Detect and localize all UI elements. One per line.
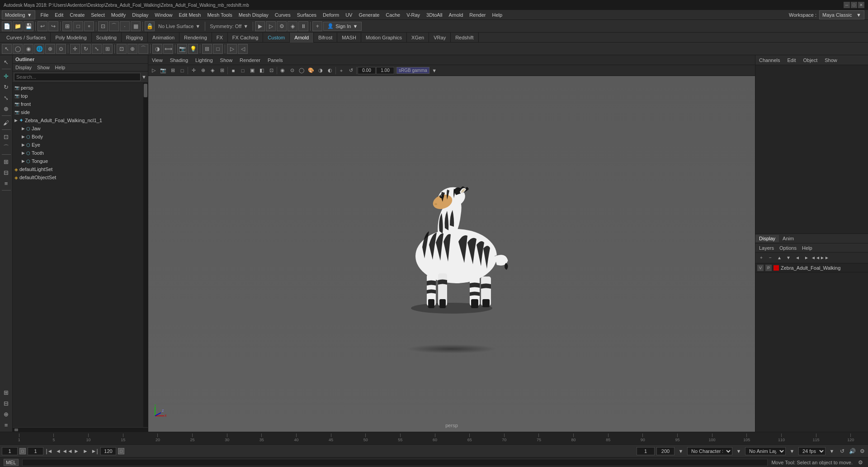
timeline-tick[interactable]: 115 <box>799 434 834 442</box>
outliner-item-jaw[interactable]: ▶ ⬡ Jaw <box>13 124 143 133</box>
snap-grid-2[interactable]: ⊡ <box>117 44 127 54</box>
vp-manip-btn[interactable]: + <box>337 66 346 75</box>
tool-move[interactable]: ✛ <box>70 44 80 54</box>
layer-visibility-v[interactable]: V <box>757 265 764 271</box>
menu-edit[interactable]: Edit <box>52 11 66 19</box>
tool-normal[interactable]: ⊙ <box>56 44 66 54</box>
vp-shade-2[interactable]: □ <box>238 66 247 75</box>
menu-window[interactable]: Window <box>152 11 175 19</box>
timeline-tick[interactable]: 75 <box>522 434 557 442</box>
layers-menu-item[interactable]: Layers <box>757 245 776 251</box>
pause-button[interactable]: ⏸ <box>298 21 308 31</box>
layers-help-item[interactable]: Help <box>800 245 814 251</box>
viewport-canvas[interactable]: front <box>148 76 755 432</box>
max-frame-input[interactable] <box>656 447 675 455</box>
vp-shadow-btn[interactable]: ◑ <box>316 66 325 75</box>
tool-local[interactable]: ⊕ <box>45 44 55 54</box>
tab-motion-graphics[interactable]: Motion Graphics <box>361 33 407 43</box>
menu-mesh-tools[interactable]: Mesh Tools <box>204 11 235 19</box>
left-stack-btn[interactable]: ≡ <box>1 178 11 188</box>
symmetry-btn[interactable]: ⟺ <box>163 44 173 54</box>
tool-xform-btn[interactable]: ⊕ <box>1 104 11 114</box>
grid-btn[interactable]: ⊞ <box>202 44 212 54</box>
workspace-selector[interactable]: Maya Classic ▼ <box>819 10 864 19</box>
command-input[interactable] <box>22 459 768 466</box>
tab-fx[interactable]: FX <box>212 33 228 43</box>
play-back-button[interactable]: ◄◄ <box>63 447 71 455</box>
move-down-button[interactable]: ▼ <box>784 254 793 262</box>
timeline-tick[interactable]: 80 <box>556 434 591 442</box>
tab-xgen[interactable]: XGen <box>407 33 429 43</box>
menu-generate[interactable]: Generate <box>356 11 382 19</box>
viewport-menu-view[interactable]: View <box>148 57 166 64</box>
menu-display[interactable]: Display <box>129 11 151 19</box>
menu-create[interactable]: Create <box>67 11 87 19</box>
tab-rigging[interactable]: Rigging <box>122 33 148 43</box>
outliner-menu-show[interactable]: Show <box>34 64 52 71</box>
loop-button[interactable]: ↺ <box>838 447 846 455</box>
tab-bifrost[interactable]: Bifrost <box>314 33 337 43</box>
tool-scale-btn[interactable]: ⤡ <box>1 93 11 103</box>
viewport-menu-renderer[interactable]: Renderer <box>236 57 264 64</box>
timeline-tick[interactable]: 90 <box>626 434 660 442</box>
outliner-item-persp[interactable]: 📷 persp <box>13 84 143 92</box>
menu-surfaces[interactable]: Surfaces <box>294 11 319 19</box>
outliner-item-lightset[interactable]: ◈ defaultLightSet <box>13 165 143 173</box>
tab-vray[interactable]: VRay <box>429 33 451 43</box>
timeline-tick[interactable]: 30 <box>210 434 245 442</box>
snap-surface-button[interactable]: ▦ <box>131 21 141 31</box>
timeline-tick[interactable]: 15 <box>106 434 141 442</box>
timeline-tick[interactable]: 85 <box>591 434 626 442</box>
frame-checkbox-1[interactable]: □ <box>19 448 26 454</box>
wireframe-btn[interactable]: □ <box>213 44 223 54</box>
snap-curve-button[interactable]: ⌒ <box>109 21 119 31</box>
playback-end-input[interactable] <box>100 447 116 455</box>
next-layer-button[interactable]: ► <box>802 254 811 262</box>
menu-render[interactable]: Render <box>467 11 488 19</box>
forward-layer-button[interactable]: ►► <box>821 254 829 262</box>
menu-file[interactable]: File <box>38 11 52 19</box>
vp-cam-btn[interactable]: 📷 <box>159 66 168 75</box>
redo-button[interactable]: ↪ <box>48 21 58 31</box>
sign-in-button[interactable]: 👤 Sign In ▼ <box>323 22 362 31</box>
menu-help[interactable]: Help <box>489 11 505 19</box>
outliner-menu-display[interactable]: Display <box>13 64 34 71</box>
snap-curve-2[interactable]: ⌒ <box>138 44 148 54</box>
vp-shade-5[interactable]: ⊡ <box>267 66 276 75</box>
viewport-menu-shading[interactable]: Shading <box>166 57 192 64</box>
step-back-button[interactable]: ◄ <box>54 447 62 455</box>
tool-rotate[interactable]: ↻ <box>81 44 91 54</box>
vp-render-btn[interactable]: ▷ <box>149 66 158 75</box>
render-settings-button[interactable]: ⚙ <box>277 21 287 31</box>
maximize-button[interactable]: □ <box>851 2 857 8</box>
step-forward-button[interactable]: ► <box>81 447 90 455</box>
frame-checkbox-2[interactable]: □ <box>118 448 124 454</box>
vp-light-1[interactable]: ◉ <box>278 66 287 75</box>
go-end-button[interactable]: ►| <box>90 447 99 455</box>
min-frame-input[interactable] <box>637 447 655 455</box>
menu-vray[interactable]: V-Ray <box>404 11 423 19</box>
timeline-tick[interactable]: 120 <box>833 434 868 442</box>
minimize-button[interactable]: ─ <box>844 2 850 8</box>
viewport-menu-panels[interactable]: Panels <box>264 57 287 64</box>
tool-select[interactable]: ↖ <box>2 44 12 54</box>
ipr-render-button[interactable]: ▷ <box>266 21 276 31</box>
colorspace-badge[interactable]: sRGB gamma <box>396 67 429 74</box>
settings-button[interactable]: ⚙ <box>858 447 866 455</box>
prev-layer-button[interactable]: ◄ <box>793 254 802 262</box>
new-layer-button[interactable]: + <box>757 254 765 262</box>
outliner-hscroll[interactable] <box>13 427 148 432</box>
anim-tab[interactable]: Anim <box>779 235 797 242</box>
timeline-tick[interactable]: 5 <box>37 434 71 442</box>
vp-grid-btn[interactable]: ⊞ <box>168 66 177 75</box>
menu-deform[interactable]: Deform <box>320 11 342 19</box>
snap-grid-button[interactable]: ⊡ <box>98 21 108 31</box>
light-btn[interactable]: 💡 <box>188 44 198 54</box>
timeline-ruler[interactable]: 1510152025303540455055606570758085909510… <box>0 432 868 444</box>
tab-curves-surfaces[interactable]: Curves / Surfaces <box>2 33 51 43</box>
tool-move-btn[interactable]: ✛ <box>1 71 11 81</box>
vp-pivot-btn[interactable]: ⊕ <box>198 66 208 75</box>
tab-fx-caching[interactable]: FX Caching <box>228 33 263 43</box>
menu-modify[interactable]: Modify <box>108 11 128 19</box>
playback-start-input[interactable] <box>28 447 43 455</box>
